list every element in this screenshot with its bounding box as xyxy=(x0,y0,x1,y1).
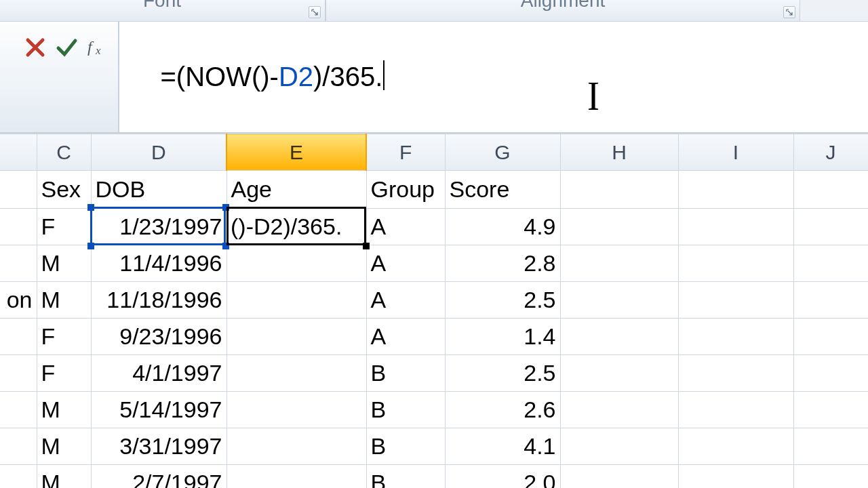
cell[interactable] xyxy=(0,355,37,392)
cell[interactable]: M xyxy=(37,465,91,489)
cell[interactable] xyxy=(0,465,37,489)
cell[interactable]: A xyxy=(366,245,445,282)
cell[interactable] xyxy=(226,392,366,428)
column-header-j[interactable]: J xyxy=(793,134,868,171)
cell[interactable]: 4.9 xyxy=(445,209,560,245)
cell-header-sex[interactable]: Sex xyxy=(37,171,91,209)
cell[interactable]: F xyxy=(37,355,91,392)
cell[interactable]: B xyxy=(366,392,445,428)
cell[interactable]: 2/7/1997 xyxy=(91,465,226,489)
cell[interactable]: 9/23/1996 xyxy=(91,319,226,355)
cell[interactable]: 1.4 xyxy=(445,319,560,355)
cell[interactable]: 2.6 xyxy=(445,392,560,428)
table-row: M 3/31/1997 B 4.1 xyxy=(0,428,868,465)
cell[interactable]: 3/31/1997 xyxy=(91,428,226,465)
cell[interactable] xyxy=(678,465,793,489)
cell[interactable]: B xyxy=(366,428,445,465)
cell[interactable]: A xyxy=(366,209,445,245)
insert-function-button[interactable]: f x xyxy=(84,34,111,61)
cell[interactable]: F xyxy=(37,209,91,245)
column-header-i[interactable]: I xyxy=(678,134,793,171)
cell[interactable]: 1/23/1997 xyxy=(91,209,226,245)
column-header-e[interactable]: E xyxy=(226,134,366,171)
cell[interactable]: 4.1 xyxy=(445,428,560,465)
cell[interactable]: M xyxy=(37,245,91,282)
cell[interactable] xyxy=(226,319,366,355)
cell[interactable]: 11/18/1996 xyxy=(91,282,226,319)
cell[interactable] xyxy=(678,171,793,209)
cell[interactable]: 2.5 xyxy=(445,355,560,392)
cell[interactable] xyxy=(0,171,37,209)
cell[interactable]: 2.8 xyxy=(445,245,560,282)
cell[interactable]: 2.5 xyxy=(445,282,560,319)
close-icon xyxy=(24,36,47,59)
cell-header-age[interactable]: Age xyxy=(226,171,366,209)
fill-handle-icon[interactable] xyxy=(363,243,370,249)
cell[interactable] xyxy=(226,428,366,465)
cell[interactable] xyxy=(560,428,678,465)
cell[interactable]: 2.0 xyxy=(445,465,560,489)
cell[interactable] xyxy=(226,282,366,319)
cell[interactable] xyxy=(793,465,868,489)
cell[interactable] xyxy=(226,245,366,282)
cell[interactable]: M xyxy=(37,392,91,428)
cell[interactable] xyxy=(560,245,678,282)
cell[interactable] xyxy=(678,282,793,319)
cell[interactable] xyxy=(793,245,868,282)
cell[interactable]: F xyxy=(37,319,91,355)
cell[interactable] xyxy=(793,209,868,245)
cell[interactable] xyxy=(678,355,793,392)
cancel-formula-button[interactable] xyxy=(22,34,49,61)
cell[interactable] xyxy=(678,428,793,465)
column-header-f[interactable]: F xyxy=(366,134,445,171)
cell[interactable]: 5/14/1997 xyxy=(91,392,226,428)
cell[interactable] xyxy=(560,319,678,355)
column-header-c[interactable]: C xyxy=(37,134,91,171)
cell[interactable] xyxy=(793,171,868,209)
cell[interactable] xyxy=(560,171,678,209)
column-header[interactable] xyxy=(0,134,37,171)
cell[interactable] xyxy=(678,319,793,355)
cell[interactable] xyxy=(678,245,793,282)
cell[interactable] xyxy=(793,355,868,392)
cell[interactable] xyxy=(0,392,37,428)
cell[interactable] xyxy=(678,392,793,428)
cell[interactable] xyxy=(0,319,37,355)
cell[interactable]: 4/1/1997 xyxy=(91,355,226,392)
cell[interactable] xyxy=(560,392,678,428)
font-dialog-launcher[interactable] xyxy=(309,6,321,18)
cell[interactable] xyxy=(793,319,868,355)
cell[interactable] xyxy=(560,465,678,489)
cell[interactable] xyxy=(226,465,366,489)
cell-header-dob[interactable]: DOB xyxy=(91,171,226,209)
cell-header-group[interactable]: Group xyxy=(366,171,445,209)
cell[interactable] xyxy=(0,245,37,282)
cell[interactable] xyxy=(793,428,868,465)
cell[interactable]: 11/4/1996 xyxy=(91,245,226,282)
cell[interactable] xyxy=(226,355,366,392)
column-header-h[interactable]: H xyxy=(560,134,678,171)
cell[interactable] xyxy=(0,428,37,465)
cell[interactable] xyxy=(0,209,37,245)
cell[interactable] xyxy=(793,282,868,319)
cell[interactable] xyxy=(560,209,678,245)
cell[interactable]: A xyxy=(366,319,445,355)
cell[interactable]: M xyxy=(37,428,91,465)
formula-input[interactable]: =(NOW()-D2)/365. I xyxy=(119,22,868,132)
cell[interactable]: B xyxy=(366,355,445,392)
enter-formula-button[interactable] xyxy=(53,34,80,61)
cell[interactable] xyxy=(678,209,793,245)
worksheet-grid[interactable]: C D E F G H I J Sex DOB Age Group Score xyxy=(0,134,868,488)
ribbon-group-alignment: Alignment xyxy=(326,0,800,21)
cell[interactable] xyxy=(793,392,868,428)
cell[interactable] xyxy=(560,355,678,392)
cell[interactable] xyxy=(560,282,678,319)
cell[interactable]: A xyxy=(366,282,445,319)
cell[interactable]: B xyxy=(366,465,445,489)
cell[interactable]: M xyxy=(37,282,91,319)
column-header-g[interactable]: G xyxy=(445,134,560,171)
column-header-d[interactable]: D xyxy=(91,134,226,171)
alignment-dialog-launcher[interactable] xyxy=(783,6,795,18)
cell-header-score[interactable]: Score xyxy=(445,171,560,209)
cell[interactable]: on xyxy=(0,282,37,319)
